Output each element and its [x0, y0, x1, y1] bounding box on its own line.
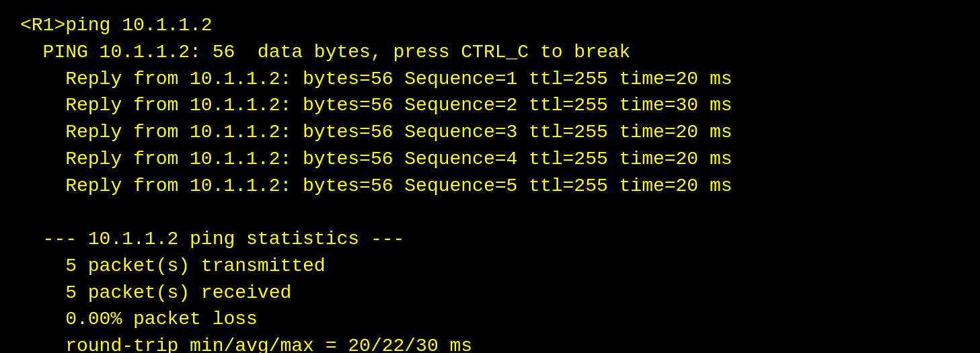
terminal-line-8: --- 10.1.1.2 ping statistics --- [20, 226, 960, 253]
terminal-line-0: <R1>ping 10.1.1.2 [20, 12, 960, 39]
terminal-line-3: Reply from 10.1.1.2: bytes=56 Sequence=2… [20, 92, 960, 119]
terminal-line-4: Reply from 10.1.1.2: bytes=56 Sequence=3… [20, 119, 960, 146]
terminal-line-6: Reply from 10.1.1.2: bytes=56 Sequence=5… [20, 173, 960, 200]
empty-line [20, 199, 960, 226]
terminal-output: <R1>ping 10.1.1.2 PING 10.1.1.2: 56 data… [0, 0, 980, 353]
terminal-line-1: PING 10.1.1.2: 56 data bytes, press CTRL… [20, 39, 960, 66]
terminal-line-9: 5 packet(s) transmitted [20, 253, 960, 280]
terminal-line-10: 5 packet(s) received [20, 280, 960, 307]
terminal-line-2: Reply from 10.1.1.2: bytes=56 Sequence=1… [20, 66, 960, 93]
terminal-line-5: Reply from 10.1.1.2: bytes=56 Sequence=4… [20, 146, 960, 173]
terminal-line-11: 0.00% packet loss [20, 306, 960, 333]
terminal-line-12: round-trip min/avg/max = 20/22/30 ms [20, 333, 960, 353]
